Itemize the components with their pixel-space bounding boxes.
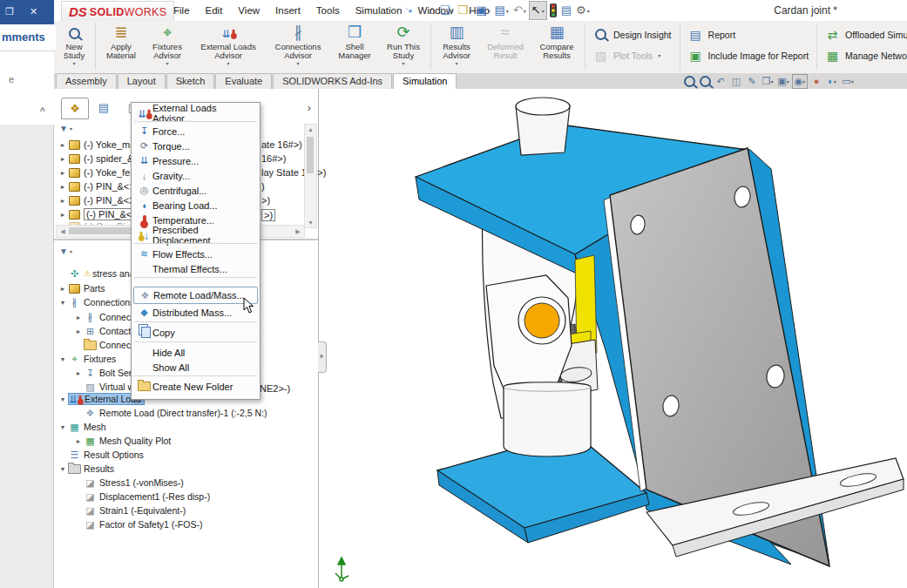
close-window-icon[interactable]: ✕ (30, 6, 37, 17)
tab-assembly[interactable]: Assembly (56, 73, 117, 90)
expand-arrow-icon[interactable]: ▸ (58, 211, 68, 219)
dropdown-caret-icon[interactable]: ▾ (542, 8, 545, 14)
view-settings-icon[interactable]: ▭▾ (841, 75, 855, 88)
tab-simulation[interactable]: Simulation (393, 73, 457, 90)
edit-appearance-wrench-icon[interactable]: ✎ (745, 75, 759, 88)
tab-evaluate[interactable]: Evaluate (215, 73, 272, 90)
menu-file[interactable]: File (166, 2, 198, 19)
expand-arrow-icon[interactable]: ▸ (58, 155, 68, 163)
feature-tree-item[interactable]: ▸(-) PIN_&<2> (58, 193, 140, 207)
study-tree-item[interactable]: ▾▦Mesh (58, 420, 106, 434)
hide-show-items-icon[interactable]: ◉▾ (792, 74, 808, 89)
save-button[interactable]: ▣▾ (474, 2, 491, 19)
study-tree-item[interactable]: Connect (73, 338, 133, 352)
dropdown-caret-icon[interactable]: ▾ (587, 8, 590, 14)
view-orientation-icon[interactable]: ▣▾ (776, 75, 790, 88)
study-tree-item[interactable]: ▸▦Mesh Quality Plot (73, 434, 171, 448)
expand-arrow-icon[interactable]: ▸ (73, 314, 84, 321)
expand-arrow-icon[interactable]: ▸ (58, 285, 68, 293)
menu-insert[interactable]: Insert (267, 2, 308, 19)
expand-arrow-icon[interactable]: ▸ (58, 197, 68, 205)
file-properties-button[interactable]: ▤ (559, 2, 573, 19)
connections-advisor-button[interactable]: ∦Connections Advisor▾ (266, 22, 330, 72)
feature-tree-filter[interactable]: ▼ ▾ (59, 122, 72, 134)
previous-view-icon[interactable]: ↶ (714, 75, 728, 88)
study-tree-item[interactable]: ▸Parts (58, 281, 105, 295)
expand-arrow-icon[interactable]: ▸ (73, 328, 84, 335)
menu-edit[interactable]: Edit (198, 2, 231, 19)
design-insight-button[interactable]: Design Insight (593, 27, 672, 42)
scroll-down-icon[interactable]: ▼ (305, 220, 316, 226)
menu-item-force[interactable]: ↧Force... (133, 124, 258, 139)
rebuild-button[interactable] (548, 2, 558, 19)
dropdown-caret-icon[interactable]: ▾ (451, 8, 454, 14)
propertymanager-tab[interactable]: ▤ (91, 98, 117, 118)
expand-arrow-icon[interactable]: ▾ (58, 355, 68, 363)
dropdown-caret-icon[interactable]: ▾ (506, 8, 509, 14)
menu-item-remote-load-mass[interactable]: ❖Remote Load/Mass... (133, 287, 258, 304)
tab-layout[interactable]: Layout (118, 73, 166, 90)
apply-scene-icon[interactable]: ❒▾ (761, 75, 775, 88)
scroll-left-icon[interactable]: ◀ (58, 228, 67, 235)
menu-tools[interactable]: Tools (308, 2, 348, 19)
restore-window-icon[interactable]: ❐ (5, 6, 14, 17)
new-study-button[interactable]: New Study▾ (56, 22, 92, 72)
new-document-button[interactable]: ❏▾ (438, 2, 456, 19)
expand-arrow-icon[interactable]: ▸ (73, 437, 84, 445)
scroll-up-icon[interactable]: ▲ (305, 126, 316, 132)
results-advisor-button[interactable]: ▥Results Advisor▾ (434, 22, 479, 72)
scroll-right-icon[interactable]: ▶ (294, 228, 302, 235)
study-tree-item[interactable]: ◪Stress1 (-vonMises-) (73, 476, 184, 490)
study-tree-item[interactable]: ▾⌖Fixtures (58, 352, 116, 366)
dropdown-caret-icon[interactable]: ▾ (469, 8, 471, 14)
featuremanager-tab[interactable]: ❖ (61, 98, 89, 119)
menu-view[interactable]: View (230, 2, 267, 19)
study-tree-filter[interactable]: ▼ ▾ (59, 245, 72, 257)
menu-item-torque[interactable]: ⟳Torque... (133, 139, 258, 153)
yoke-lower-boss[interactable] (504, 382, 591, 456)
menu-item-prescribed-displacement[interactable]: ↓Prescribed Displacement... (133, 227, 258, 242)
study-tree-item[interactable]: ▸⊞Contact S (73, 324, 139, 338)
apply-scene-color-icon[interactable]: ◐▾ (825, 75, 839, 88)
study-tree-item[interactable]: ☰Result Options (58, 448, 144, 462)
external-loads-advisor-button[interactable]: ⇊External Loads Advisor▾ (191, 22, 266, 72)
zoom-to-area-icon[interactable] (698, 75, 712, 88)
tab-solidworks-add-ins[interactable]: SOLIDWORKS Add-Ins (273, 73, 392, 90)
study-tree-item[interactable]: ▾∦Connections (58, 295, 134, 309)
menu-item-bearing-load[interactable]: ◖Bearing Load... (133, 198, 258, 213)
top-pin-cylinder-cap[interactable] (516, 98, 570, 115)
study-tree-item[interactable]: ▸∦Connect (73, 310, 133, 324)
expand-arrow-icon[interactable]: ▾ (58, 299, 68, 307)
menu-item-external-loads-advisor[interactable]: ⇊External Loads Advisor... (133, 105, 258, 120)
options-gear-button[interactable]: ⚙▾ (574, 2, 592, 19)
report-button[interactable]: ▤Report (688, 27, 809, 42)
expand-arrow-icon[interactable]: ▾ (58, 395, 68, 403)
menu-item-pressure[interactable]: ⇊Pressure... (133, 153, 258, 168)
menu-item-create-new-folder[interactable]: Create New Folder (133, 379, 258, 394)
expand-arrow-icon[interactable]: ▾ (58, 423, 68, 431)
run-this-study-button[interactable]: ⟳Run This Study▾ (379, 22, 428, 72)
apply-material-button[interactable]: ≣Apply Material (98, 22, 144, 72)
menu-item-copy[interactable]: Copy (133, 325, 258, 340)
undo-button[interactable]: ↶▾ (511, 2, 528, 19)
feature-tree-vscrollbar[interactable]: ▲ ▼ (304, 124, 317, 228)
offloaded-simulation-button[interactable]: ⇄Offloaded Simulation (825, 27, 907, 42)
vscroll-thumb[interactable] (307, 137, 314, 173)
panel-splitter-handle[interactable] (318, 341, 327, 373)
menu-item-thermal-effects[interactable]: Thermal Effects... (133, 261, 258, 276)
feature-tree-item[interactable]: ▸(-) spider_&< (58, 152, 139, 166)
manage-network-button[interactable]: ▦Manage Network (825, 48, 907, 63)
print-button[interactable]: ▤▾ (493, 2, 511, 19)
expand-arrow-icon[interactable]: ▸ (73, 369, 84, 377)
menu-item-hide-all[interactable]: Hide All (133, 345, 258, 360)
include-image-for-report-button[interactable]: ▣Include Image for Report (688, 48, 809, 63)
feature-tree-item[interactable]: ▸(-) PIN_&<1> (58, 179, 140, 193)
dropdown-caret-icon[interactable]: ▾ (524, 8, 526, 14)
home-button[interactable]: ⌂ (427, 2, 437, 19)
study-tree-item[interactable]: ❖Remote Load (Direct transfer)-1 (:-2,5 … (73, 406, 267, 420)
fixtures-advisor-button[interactable]: ⌖Fixtures Advisor▾ (144, 22, 191, 72)
menu-item-centrifugal[interactable]: ◎Centrifugal... (133, 183, 258, 198)
section-view-icon[interactable]: ◫ (729, 75, 743, 88)
study-tree-item[interactable]: ◪Displacement1 (-Res disp-) (73, 490, 210, 504)
study-tree-item[interactable]: ▾Results (58, 462, 114, 476)
